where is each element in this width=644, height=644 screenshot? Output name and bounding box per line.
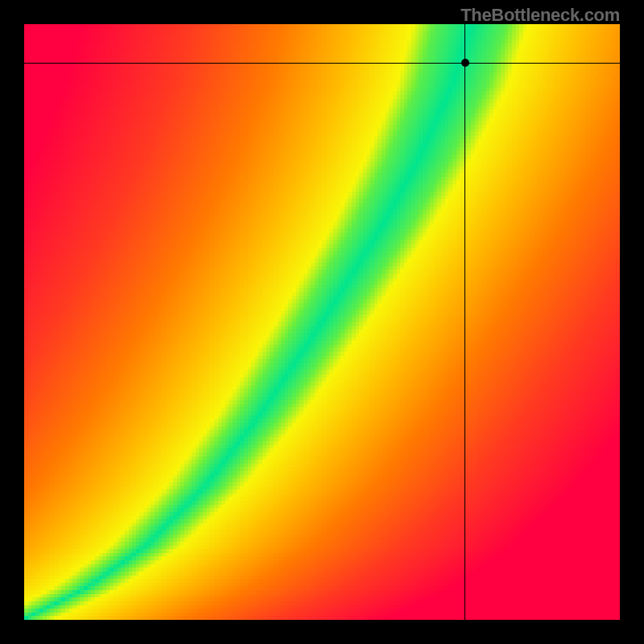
crosshair-horizontal <box>24 63 620 64</box>
chart-container: TheBottleneck.com <box>0 0 644 644</box>
crosshair-vertical <box>464 24 465 620</box>
plot-area <box>24 24 620 620</box>
heatmap-canvas <box>24 24 620 620</box>
data-point-marker <box>461 59 469 67</box>
watermark-text: TheBottleneck.com <box>460 5 620 26</box>
